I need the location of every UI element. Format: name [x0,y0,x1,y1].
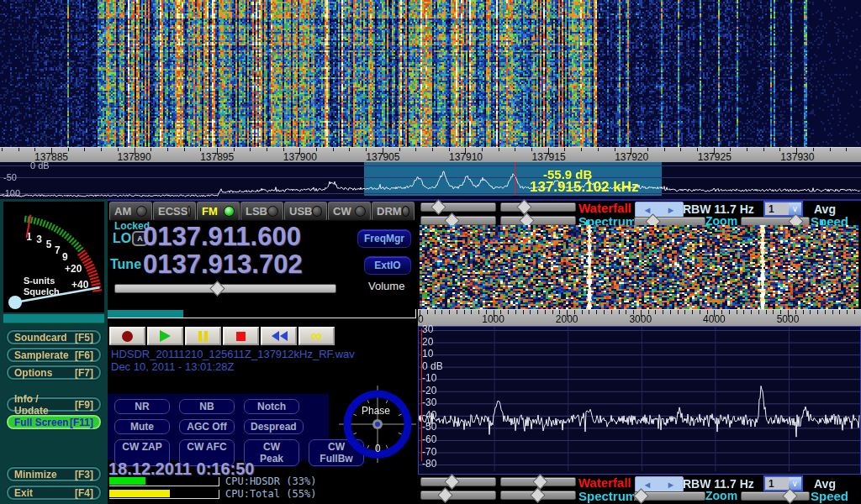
dsp-despread[interactable]: Despread [244,419,304,434]
scale-tick [655,310,656,314]
mode-usb[interactable]: USB [284,202,327,221]
audio-tick-label: 4000 [703,313,726,325]
extio-button[interactable]: ExtIO [364,256,411,275]
scale-tick [670,310,671,314]
shift-left-icon[interactable]: ◄ [636,202,659,217]
mode-led-icon [267,206,278,217]
play-icon [160,330,171,342]
wav-datetime: Dec 10, 2011 - 13:01:28Z [111,360,234,373]
button-soundcard[interactable]: Soundcard[F5] [7,330,101,344]
button-fkey: [F5] [75,332,93,344]
mode-cw[interactable]: CW [328,202,371,221]
dsp-agc-off[interactable]: AGC Off [179,419,235,434]
mode-led-icon [224,206,235,217]
scale-tick [803,310,804,314]
frequency-tick-label: 137920 [615,151,648,163]
button-full-screen[interactable]: Full Screen[F11] [7,415,101,429]
mode-label: FM [202,205,218,218]
tune-frequency-display[interactable]: 0137.913.702 [143,249,303,280]
slider-thumb[interactable] [782,488,797,503]
scale-tick [464,310,465,314]
avg-dropdown-bottom[interactable]: 1 ∨ [763,475,803,491]
mode-lsb[interactable]: LSB [240,202,283,221]
dsp-nr[interactable]: NR [114,399,170,414]
slider-thumb[interactable] [430,199,446,214]
scale-tick [441,310,442,314]
pause-button[interactable] [185,327,221,345]
mode-led-icon [355,206,366,217]
mode-label: DRM [377,205,402,218]
stop-button[interactable] [223,327,259,345]
scale-tick [184,148,185,151]
loop-button[interactable]: ∞ [298,327,335,345]
waterfall-shift-control[interactable]: ◄► [635,202,684,218]
scale-tick [626,310,626,314]
slider-thumb[interactable] [517,199,532,214]
button-info-update[interactable]: Info / Update[F9] [7,397,101,412]
scale-tick [499,148,499,151]
main-frequency-scale[interactable]: 1378851378901378951379001379051379101379… [0,147,861,163]
shift-right-icon[interactable]: ► [659,477,683,491]
playback-progress-track[interactable] [108,309,416,318]
mode-am[interactable]: AM [109,202,152,221]
dsp-nb[interactable]: NB [179,399,235,414]
dsp-row: MuteAGC OffDespread [114,419,304,434]
audio-spectrum-display[interactable]: 3020100 dB-10-20-30-40-50-60-70-80 [418,326,861,475]
audio-frequency-scale[interactable]: 010002000300040005000 [418,309,861,327]
waterfall-contrast-slider[interactable] [420,202,496,212]
mode-fm[interactable]: FM [197,202,240,221]
button-options[interactable]: Options[F7] [7,365,101,380]
audio-db-label: -60 [422,433,436,445]
waterfall-contrast-slider-bottom[interactable] [420,477,496,486]
slider-thumb[interactable] [532,474,547,489]
shift-right-icon[interactable]: ► [659,202,683,217]
volume-slider-thumb[interactable] [209,281,224,296]
slider-thumb[interactable] [531,487,546,502]
scale-tick [523,310,524,314]
button-samplerate[interactable]: Samplerate[F6] [7,348,101,362]
zoom-slider-bottom[interactable] [634,491,705,501]
frequency-tick-label: 137900 [283,151,317,163]
rewind-button[interactable] [261,327,297,345]
scale-tick [729,310,730,314]
audio-waterfall-display[interactable] [420,225,858,309]
mode-drm[interactable]: DRM [372,202,415,221]
squelch-level-bar[interactable] [3,314,104,323]
wav-filename: HDSDR_20111210_125611Z_137912kHz_RF.wav [111,348,355,360]
button-label: Exit [14,487,33,499]
speed-slider-bottom[interactable] [741,491,810,501]
spectrum-m100-label: -100 [2,188,20,198]
waterfall-brightness-slider[interactable] [500,202,576,212]
spectrum-offset-slider-bottom[interactable] [500,491,576,500]
squelch-label[interactable]: Squelch [24,286,60,297]
waterfall-brightness-slider-bottom[interactable] [500,477,576,486]
scale-tick [611,310,612,314]
record-button[interactable] [109,327,145,345]
avg-dropdown-value: 1 [765,202,789,215]
spectrum-offset-slider[interactable] [500,216,576,225]
frequency-tick-label: 137915 [532,151,566,163]
chevron-down-icon[interactable]: ∨ [789,477,801,490]
play-button[interactable] [147,327,183,345]
scale-tick [846,148,847,151]
scale-tick [18,148,19,151]
slider-thumb[interactable] [437,487,452,502]
dsp-notch[interactable]: Notch [244,399,299,414]
lo-frequency-display[interactable]: 0137.911.600 [143,222,301,252]
slider-thumb[interactable] [445,474,460,489]
volume-slider[interactable] [114,284,336,293]
button-exit[interactable]: Exit[F4] [7,486,101,500]
mode-ecss[interactable]: ECSS [153,202,196,221]
main-waterfall-display[interactable] [0,0,861,147]
main-spectrum-display[interactable]: 0 dB -50 -100 [0,162,861,201]
spectrum-range-slider-bottom[interactable] [420,491,496,500]
button-label: Samplerate [14,349,69,361]
speed-label-bottom: Speed [811,489,848,503]
freqmgr-button[interactable]: FreqMgr [357,229,411,248]
pause-icon [198,331,208,342]
scale-tick [427,310,428,314]
scale-tick [830,148,831,151]
spectrum-range-slider[interactable] [420,216,496,225]
dsp-mute[interactable]: Mute [114,419,170,434]
button-minimize[interactable]: Minimize[F3] [7,467,101,481]
